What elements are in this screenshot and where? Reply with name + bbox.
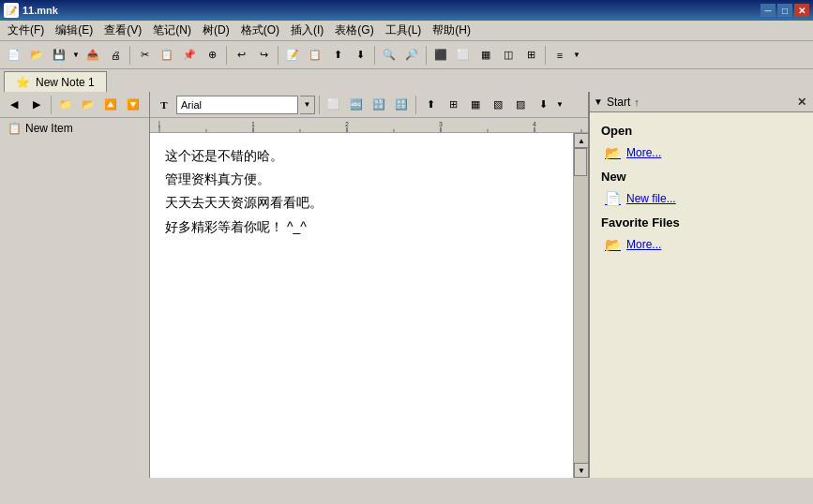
clone-button[interactable]: ⊕ <box>202 45 222 66</box>
undo-button[interactable]: ↩ <box>231 45 251 66</box>
menu-insert[interactable]: 插入(I) <box>285 21 329 40</box>
new-item-icon: 📋 <box>8 122 22 135</box>
nav-btn4[interactable]: 🔽 <box>123 95 143 115</box>
ruler-svg: | 1 2 3 4 <box>150 118 588 133</box>
fmt-col1[interactable]: ▦ <box>465 95 486 115</box>
new-note-button[interactable]: 📝 <box>282 45 303 66</box>
view1-button[interactable]: ⬛ <box>430 45 451 66</box>
print-button[interactable]: 🖨 <box>105 45 126 66</box>
fmt-dropdown[interactable]: ▼ <box>555 95 565 115</box>
move-up-button[interactable]: ⬆ <box>327 45 348 66</box>
favorites-more-label: More... <box>626 238 661 251</box>
editor-line-2: 管理资料真方便。 <box>165 168 558 191</box>
font-t-icon[interactable]: T <box>154 95 174 115</box>
open-more-icon: 📂 <box>605 145 621 160</box>
save-dropdown[interactable]: ▼ <box>71 45 81 66</box>
view2-button[interactable]: ⬜ <box>453 45 474 66</box>
fmt-sep1 <box>319 96 320 114</box>
menu-format[interactable]: 格式(O) <box>235 21 285 40</box>
menu-file[interactable]: 文件(F) <box>2 21 50 40</box>
tab-label: New Note 1 <box>36 76 95 89</box>
section-new-title: New <box>601 170 802 184</box>
section-favorites-title: Favorite Files <box>601 215 802 230</box>
close-button[interactable]: ✕ <box>794 4 809 17</box>
format-toolbar: T Arial ▼ ⬜ 🔤 🔡 🔠 ⬆ ⊞ ▦ ▧ ▨ ⬇ ▼ <box>150 92 588 118</box>
fmt-btn4[interactable]: 🔠 <box>391 95 412 115</box>
fmt-btn3[interactable]: 🔡 <box>369 95 389 115</box>
font-dropdown-arrow[interactable]: ▼ <box>300 96 315 114</box>
new-button[interactable]: 📄 <box>4 45 24 66</box>
new-item[interactable]: 📋 New Item <box>0 118 149 139</box>
nav-sep <box>51 96 52 114</box>
table-btn[interactable]: ⊞ <box>443 95 463 115</box>
new-file-icon: 📄 <box>605 191 621 206</box>
right-panel-dropdown[interactable]: ▼ <box>594 96 603 107</box>
editor-content[interactable]: 这个还是不错的哈。 管理资料真方便。 天天去天天资源网看看吧。 好多精彩等着你呢… <box>150 133 573 478</box>
open-button[interactable]: 📂 <box>26 45 47 66</box>
scrollbar-down-button[interactable]: ▼ <box>574 463 588 478</box>
menu-table[interactable]: 表格(G) <box>329 21 379 40</box>
move-down-button[interactable]: ⬇ <box>350 45 370 66</box>
fmt-size-down[interactable]: ⬇ <box>533 95 553 115</box>
favorites-more-link[interactable]: 📂 More... <box>601 235 802 254</box>
menu-tools[interactable]: 工具(L) <box>380 21 428 40</box>
minimize-button[interactable]: ─ <box>760 4 775 17</box>
view5-button[interactable]: ⊞ <box>520 45 541 66</box>
scrollbar-thumb[interactable] <box>574 148 587 176</box>
new-file-link[interactable]: 📄 New file... <box>601 189 802 208</box>
right-panel-header: ▼ Start ↑ ✕ <box>590 92 813 112</box>
extra-button[interactable]: ≡ <box>550 45 570 66</box>
maximize-button[interactable]: □ <box>777 4 792 17</box>
redo-button[interactable]: ↪ <box>253 45 274 66</box>
menubar: 文件(F) 编辑(E) 查看(V) 笔记(N) 树(D) 格式(O) 插入(I)… <box>0 21 813 41</box>
save-button[interactable]: 💾 <box>49 45 69 66</box>
find-button[interactable]: 🔍 <box>379 45 399 66</box>
tab-new-note[interactable]: ⭐ New Note 1 <box>4 71 107 92</box>
left-nav-toolbar: ◀ ▶ 📁 📂 🔼 🔽 <box>0 92 149 118</box>
copy-button[interactable]: 📋 <box>157 45 177 66</box>
new-item-label: New Item <box>25 122 73 135</box>
fmt-btn1[interactable]: ⬜ <box>324 95 344 115</box>
fmt-btn2[interactable]: 🔤 <box>346 95 367 115</box>
menu-edit[interactable]: 编辑(E) <box>50 21 98 40</box>
tab-row: ⭐ New Note 1 <box>0 69 813 92</box>
forward-button[interactable]: ▶ <box>26 95 47 115</box>
fmt-sep2 <box>415 96 416 114</box>
fmt-col2[interactable]: ▧ <box>488 95 508 115</box>
right-panel-close-button[interactable]: ✕ <box>794 95 809 110</box>
open-more-link[interactable]: 📂 More... <box>601 143 802 162</box>
font-select[interactable]: Arial <box>176 96 298 114</box>
menu-help[interactable]: 帮助(H) <box>427 21 476 40</box>
editor-line-1: 这个还是不错的哈。 <box>165 144 558 168</box>
window-title: 11.mnk <box>23 5 58 16</box>
right-panel-title-container: ▼ Start ↑ <box>594 96 640 109</box>
favorites-more-icon: 📂 <box>605 237 621 252</box>
dropdown-arrow[interactable]: ▼ <box>572 45 581 66</box>
nav-btn2[interactable]: 📂 <box>78 95 98 115</box>
menu-tree[interactable]: 树(D) <box>197 21 235 40</box>
sep5 <box>426 46 427 65</box>
nav-btn3[interactable]: 🔼 <box>100 95 121 115</box>
scrollbar-up-button[interactable]: ▲ <box>574 133 588 148</box>
view4-button[interactable]: ◫ <box>498 45 519 66</box>
cursor-indicator: ↑ <box>634 96 640 108</box>
nav-btn1[interactable]: 📁 <box>55 95 76 115</box>
paste-button[interactable]: 📌 <box>179 45 200 66</box>
new-file-label: New file... <box>626 192 676 205</box>
view3-button[interactable]: ▦ <box>475 45 496 66</box>
svg-text:|: | <box>158 120 160 127</box>
menu-notes[interactable]: 笔记(N) <box>147 21 197 40</box>
fmt-col3[interactable]: ▨ <box>510 95 531 115</box>
fmt-size-up[interactable]: ⬆ <box>420 95 441 115</box>
svg-text:3: 3 <box>439 121 443 127</box>
new-child-button[interactable]: 📋 <box>305 45 325 66</box>
back-button[interactable]: ◀ <box>4 95 24 115</box>
cut-button[interactable]: ✂ <box>134 45 155 66</box>
right-panel: ▼ Start ↑ ✕ Open 📂 More... New 📄 New fil… <box>588 92 813 478</box>
export-button[interactable]: 📤 <box>83 45 103 66</box>
app-icon: 📝 <box>4 3 19 18</box>
find-next-button[interactable]: 🔎 <box>401 45 422 66</box>
menu-view[interactable]: 查看(V) <box>98 21 147 40</box>
open-more-label: More... <box>626 146 661 159</box>
svg-text:2: 2 <box>345 121 349 127</box>
